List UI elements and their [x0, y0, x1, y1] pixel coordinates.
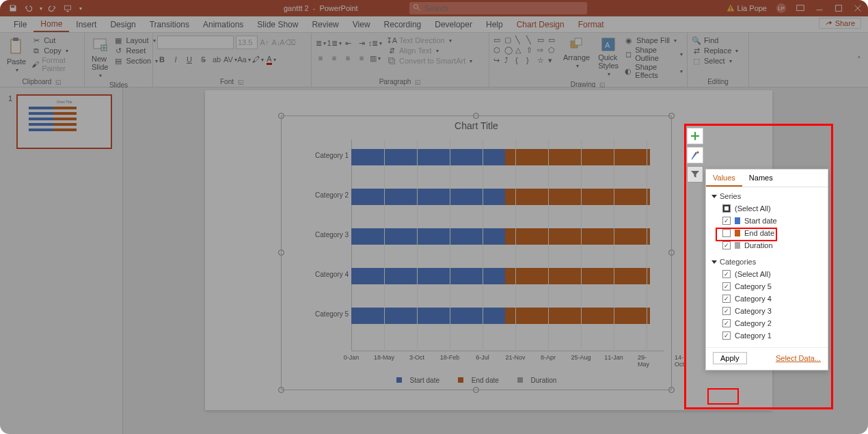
indent-dec-icon[interactable]: ⇤: [343, 38, 353, 48]
tab-chart-design[interactable]: Chart Design: [510, 17, 571, 32]
quick-styles-button[interactable]: AQuick Styles▾: [595, 36, 621, 79]
paste-button[interactable]: Paste▾: [4, 36, 29, 74]
filter-tab-names[interactable]: Names: [742, 169, 780, 187]
font-size-combo[interactable]: [236, 36, 258, 49]
drawing-launcher[interactable]: ◱: [599, 81, 606, 88]
filter-categories-header[interactable]: Categories: [711, 256, 822, 268]
shape-fill-button[interactable]: ◉Shape Fill▾: [624, 36, 683, 45]
bullets-icon[interactable]: ≣▾: [316, 38, 325, 48]
filter-tab-values[interactable]: Values: [706, 169, 742, 187]
close-icon[interactable]: [853, 3, 863, 13]
filter-cat-3[interactable]: Category 3: [711, 305, 822, 317]
layout-button[interactable]: ▦Layout▾: [113, 36, 158, 45]
maximize-icon[interactable]: [834, 3, 843, 13]
numbering-icon[interactable]: 1≣▾: [329, 38, 339, 48]
font-family-combo[interactable]: [157, 36, 234, 49]
convert-smartart-button[interactable]: ⿻Convert to SmartArt▾: [387, 56, 472, 66]
layout-icon: ▦: [113, 36, 123, 45]
shape-effects-button[interactable]: ◐Shape Effects▾: [624, 63, 683, 79]
sync-warning[interactable]: Lia Pope: [727, 4, 767, 12]
cut-button[interactable]: ✂Cut: [31, 36, 80, 45]
shapes-gallery[interactable]: ▭▢╲╲▭▭ ⬡◯△⇧⇨⬠ ↪⤴{}☆▾: [493, 36, 558, 65]
minimize-icon[interactable]: [815, 3, 824, 13]
select-button[interactable]: ⬚Select▾: [692, 56, 738, 66]
grow-font-icon[interactable]: A↑: [260, 38, 269, 47]
svg-rect-11: [575, 38, 582, 45]
find-button[interactable]: 🔍Find: [692, 36, 738, 45]
font-color-icon[interactable]: A▾: [267, 55, 276, 64]
undo-icon[interactable]: [23, 3, 33, 13]
tab-help[interactable]: Help: [479, 17, 510, 32]
line-spacing-icon[interactable]: ↕≣▾: [370, 38, 380, 48]
slideshow-start-icon[interactable]: [63, 3, 72, 13]
highlight-icon[interactable]: 🖍▾: [253, 55, 262, 64]
chart-filters-button[interactable]: [687, 166, 703, 182]
save-icon[interactable]: [8, 3, 18, 13]
spacing-icon[interactable]: AV▾: [226, 55, 235, 64]
new-slide-button[interactable]: New Slide▾: [89, 36, 111, 80]
tab-recording[interactable]: Recording: [377, 17, 429, 32]
format-painter-button[interactable]: 🖌Format Painter: [31, 56, 80, 72]
columns-icon[interactable]: ▥▾: [370, 53, 380, 63]
tab-slideshow[interactable]: Slide Show: [250, 17, 305, 32]
tab-file[interactable]: File: [7, 17, 33, 32]
bold-icon[interactable]: B: [157, 55, 167, 64]
filter-cat-2[interactable]: Category 2: [711, 317, 822, 329]
shadow-icon[interactable]: ab: [212, 55, 221, 64]
replace-button[interactable]: ⇄Replace▾: [692, 46, 738, 55]
reset-button[interactable]: ↺Reset: [113, 46, 158, 55]
filter-series-end-date[interactable]: End date: [711, 227, 822, 239]
tab-transitions[interactable]: Transitions: [143, 17, 196, 32]
copy-button[interactable]: ⧉Copy▾: [31, 46, 80, 55]
chart-plot-area[interactable]: Category 1 Category 2 Category 3 Categor…: [310, 139, 664, 351]
collapse-ribbon-icon[interactable]: ˄: [854, 55, 864, 65]
ribbon-mode-icon[interactable]: [796, 3, 805, 13]
tab-developer[interactable]: Developer: [428, 17, 479, 32]
paragraph-launcher[interactable]: ◱: [415, 79, 421, 85]
filter-apply-button[interactable]: Apply: [713, 352, 747, 364]
chart-styles-button[interactable]: [687, 147, 703, 163]
filter-cat-select-all[interactable]: (Select All): [711, 268, 822, 280]
tab-design[interactable]: Design: [103, 17, 142, 32]
redo-icon[interactable]: [48, 3, 57, 13]
strike-icon[interactable]: S̶: [198, 55, 208, 64]
align-left-icon[interactable]: ≡: [316, 53, 325, 63]
filter-cat-5[interactable]: Category 5: [711, 280, 822, 293]
shape-outline-button[interactable]: ◻Shape Outline▾: [624, 46, 683, 62]
align-right-icon[interactable]: ≡: [343, 53, 353, 63]
tab-home[interactable]: Home: [33, 16, 69, 32]
filter-series-duration[interactable]: Duration: [711, 239, 822, 252]
clear-format-icon[interactable]: A⌫: [283, 38, 293, 47]
chart-object[interactable]: Chart Title Category 1 Category 2 Catego…: [282, 116, 671, 390]
case-icon[interactable]: Aa▾: [239, 55, 249, 64]
filter-cat-1[interactable]: Category 1: [711, 329, 822, 342]
section-button[interactable]: ▤Section▾: [113, 56, 158, 66]
tab-review[interactable]: Review: [305, 17, 345, 32]
indent-inc-icon[interactable]: ⇥: [357, 38, 366, 48]
arrange-button[interactable]: Arrange▾: [560, 36, 593, 70]
tab-animations[interactable]: Animations: [196, 17, 250, 32]
align-text-button[interactable]: ⇵Align Text▾: [387, 46, 472, 55]
search-input[interactable]: [409, 2, 587, 14]
clipboard-launcher[interactable]: ◱: [55, 79, 62, 85]
filter-cat-4[interactable]: Category 4: [711, 293, 822, 305]
justify-icon[interactable]: ≡: [357, 53, 366, 63]
text-direction-button[interactable]: ↧AText Direction▾: [387, 36, 472, 45]
font-launcher[interactable]: ◱: [238, 79, 244, 85]
doc-title: ganttt 2: [284, 4, 309, 12]
select-data-link[interactable]: Select Data...: [776, 354, 821, 362]
filter-series-header[interactable]: Series: [711, 190, 822, 202]
chart-legend[interactable]: Start date End date Duration: [282, 377, 671, 384]
filter-series-select-all[interactable]: (Select All): [711, 202, 822, 215]
tab-view[interactable]: View: [346, 17, 377, 32]
underline-icon[interactable]: U: [185, 55, 194, 64]
tab-format[interactable]: Format: [571, 17, 611, 32]
slide-thumbnail-1[interactable]: Chart Title: [16, 94, 112, 149]
align-center-icon[interactable]: ≡: [329, 53, 339, 63]
share-button[interactable]: Share: [819, 18, 861, 29]
tab-insert[interactable]: Insert: [69, 17, 103, 32]
avatar[interactable]: LP: [776, 3, 786, 13]
italic-icon[interactable]: I: [171, 55, 180, 64]
chart-elements-button[interactable]: [687, 128, 703, 144]
filter-series-start-date[interactable]: Start date: [711, 215, 822, 227]
